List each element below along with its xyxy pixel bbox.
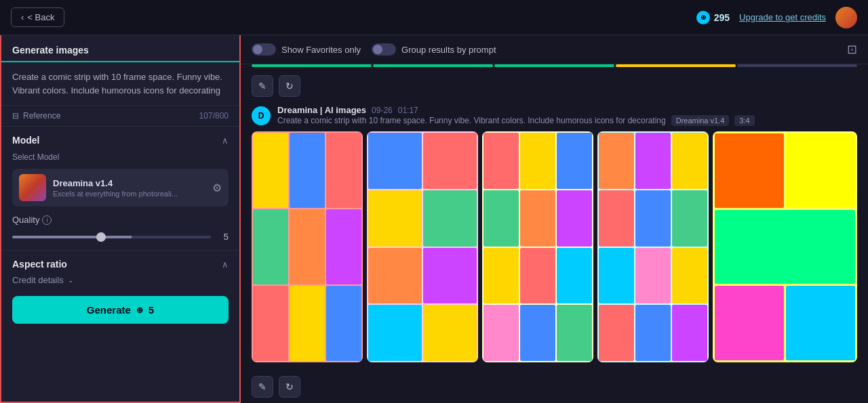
progress-bar-3 [494, 64, 614, 67]
model-section-header: Model ∧ [12, 135, 229, 146]
progress-bar-2 [373, 64, 493, 67]
progress-bar-4 [616, 64, 736, 67]
credit-details-label: Credit details [12, 275, 64, 285]
topbar-right: ⊕ 295 Upgrade to get credits [696, 7, 857, 28]
bottom-section: Aspect ratio ∧ Credit details ⌄ [1, 251, 239, 291]
prompt-area[interactable]: Create a comic strip with 10 frame space… [1, 62, 239, 106]
model-info: Dreamina v1.4 Excels at everything from … [53, 178, 205, 198]
progress-bars [241, 64, 868, 67]
image-3[interactable] [482, 131, 593, 362]
prompt-display-text: Create a comic strip with 10 frame space… [277, 116, 666, 125]
model-section-title: Model [12, 135, 39, 146]
aspect-ratio-header: Aspect ratio ∧ [12, 259, 229, 270]
model-tag: Dreamina v1.4 [671, 115, 730, 126]
generate-cost-icon: ⊕ [136, 305, 143, 315]
progress-bar-1 [252, 64, 372, 67]
group-results-toggle[interactable] [372, 43, 396, 56]
prompt-date: 09-26 [372, 106, 393, 115]
prompt-source: Dreamina | AI images [277, 105, 366, 115]
content-area: Show Favorites only Group results by pro… [241, 35, 868, 403]
show-favorites-label: Show Favorites only [281, 45, 361, 55]
model-settings-icon[interactable]: ⚙ [212, 182, 222, 194]
back-button[interactable]: ‹ < Back [11, 7, 64, 27]
prompt-time: 01:17 [398, 106, 418, 115]
quality-label-text: Quality [12, 215, 39, 225]
top-action-row: ✎ ↻ [241, 70, 868, 102]
edit-icon-button[interactable]: ✎ [252, 75, 273, 97]
quality-slider[interactable] [12, 236, 211, 238]
model-name: Dreamina v1.4 [53, 178, 205, 188]
sidebar: Generate images Create a comic strip wit… [0, 35, 241, 403]
upgrade-button[interactable]: Upgrade to get credits [739, 12, 826, 22]
sidebar-header: Generate images [1, 35, 239, 62]
reference-row: ⊟ Reference 107/800 [1, 106, 239, 127]
bottom-action-row: ✎ ↻ [241, 373, 868, 403]
select-model-label: Select Model [12, 152, 229, 162]
progress-bar-5 [737, 64, 857, 67]
reference-label: Reference [23, 111, 60, 121]
credits-icon: ⊕ [696, 11, 710, 24]
model-description: Excels at everything from photoreali... [53, 190, 205, 198]
ratio-tag: 3:4 [734, 115, 754, 126]
avatar[interactable] [835, 7, 857, 28]
reference-button[interactable]: ⊟ Reference [12, 111, 60, 121]
topbar: ‹ < Back ⊕ 295 Upgrade to get credits [0, 0, 868, 35]
generate-label: Generate [87, 304, 131, 316]
prompt-text: Create a comic strip with 10 frame space… [12, 72, 222, 96]
quality-value: 5 [218, 232, 229, 242]
group-results-label: Group results by prompt [401, 45, 496, 55]
refresh-icon-button-bottom[interactable]: ↻ [279, 376, 300, 398]
credits-count: 295 [714, 12, 730, 23]
quality-info-icon[interactable]: i [42, 215, 52, 225]
save-icon-button[interactable]: ⊡ [847, 42, 857, 57]
prompt-title-row: Dreamina | AI images 09-26 01:17 [277, 105, 755, 115]
model-card[interactable]: Dreamina v1.4 Excels at everything from … [12, 169, 229, 207]
aspect-ratio-collapse-icon[interactable]: ∧ [222, 259, 229, 270]
model-collapse-icon[interactable]: ∧ [222, 135, 229, 146]
chevron-down-icon: ⌄ [68, 276, 73, 284]
credits-display: ⊕ 295 [696, 11, 730, 24]
refresh-icon-button[interactable]: ↻ [279, 75, 300, 97]
generate-images-title: Generate images [12, 45, 89, 56]
prompt-info-row: D Dreamina | AI images 09-26 01:17 Creat… [241, 102, 868, 131]
image-5[interactable] [713, 131, 857, 362]
show-favorites-toggle-label[interactable]: Show Favorites only [252, 43, 361, 56]
prompt-avatar: D [252, 106, 271, 125]
image-4[interactable] [597, 131, 709, 362]
image-2[interactable] [367, 131, 478, 362]
quality-row: Quality i [12, 215, 229, 225]
reference-icon: ⊟ [12, 111, 19, 121]
char-count: 107/800 [199, 111, 229, 121]
quality-label: Quality i [12, 215, 52, 225]
credit-details-row[interactable]: Credit details ⌄ [12, 275, 229, 285]
image-1[interactable] [252, 131, 363, 362]
group-results-toggle-label[interactable]: Group results by prompt [372, 43, 496, 56]
generate-button[interactable]: Generate ⊕ 5 [12, 296, 229, 324]
back-arrow-icon: ‹ [21, 12, 24, 22]
content-toolbar: Show Favorites only Group results by pro… [241, 35, 868, 64]
images-grid [241, 131, 868, 373]
aspect-ratio-title: Aspect ratio [12, 259, 67, 270]
main-layout: Generate images Create a comic strip wit… [0, 35, 868, 403]
model-section: Model ∧ Select Model Dreamina v1.4 Excel… [1, 127, 239, 251]
edit-icon-button-bottom[interactable]: ✎ [252, 376, 273, 398]
show-favorites-toggle[interactable] [252, 43, 276, 56]
model-thumbnail [19, 174, 46, 201]
back-label: < Back [27, 12, 54, 22]
slider-container: 5 [12, 232, 229, 242]
prompt-meta: Dreamina | AI images 09-26 01:17 Create … [277, 105, 755, 126]
generate-cost: 5 [149, 304, 154, 316]
